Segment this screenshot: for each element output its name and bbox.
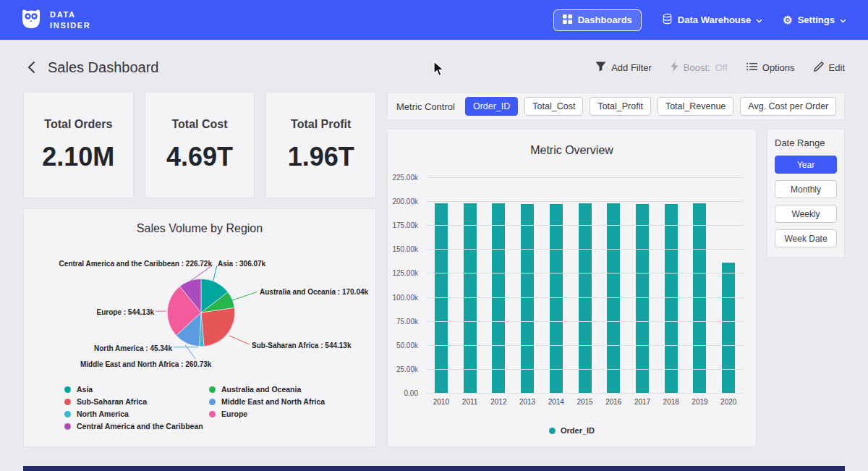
- gridline: [427, 201, 743, 202]
- bar-chart-title: Metric Overview: [388, 144, 756, 157]
- options-button[interactable]: Options: [746, 62, 795, 73]
- filter-funnel-icon: [595, 61, 606, 74]
- pie-legend-item-asia[interactable]: Asia: [64, 385, 209, 394]
- kpi-cards: Total Orders2.10MTotal Cost4.69TTotal Pr…: [23, 92, 376, 198]
- brand-block: DATA INSIDER: [19, 7, 91, 34]
- pie-legend-label: Australia and Oceania: [221, 385, 301, 394]
- bar-2010[interactable]: [435, 203, 448, 393]
- date-range-option-year[interactable]: Year: [775, 156, 837, 174]
- pie-connector-line: [213, 266, 217, 284]
- bar-2013[interactable]: [521, 204, 534, 393]
- bar-slot: [456, 177, 485, 393]
- bar-plot: [427, 177, 743, 393]
- chevron-down-icon: [840, 14, 846, 25]
- metric-control-buttons: Order_IDTotal_CostTotal_ProfitTotal_Reve…: [465, 97, 836, 116]
- y-tick-label: 75.00k: [396, 317, 418, 325]
- bar-slot: [427, 177, 456, 393]
- brand-line2: INSIDER: [50, 20, 91, 31]
- bar-2011[interactable]: [464, 203, 477, 393]
- bar-slot: [628, 177, 657, 393]
- dashboards-button[interactable]: Dashboards: [553, 9, 642, 31]
- bar-2016[interactable]: [607, 203, 620, 393]
- date-range-option-weekly[interactable]: Weekly: [775, 205, 837, 223]
- y-tick-label: 150.00k: [392, 245, 418, 253]
- pie-legend-item-middle-east-and-north-africa[interactable]: Middle East and North Africa: [209, 397, 325, 406]
- bar-2017[interactable]: [636, 204, 649, 393]
- bar-2015[interactable]: [579, 203, 592, 393]
- x-tick-label: 2017: [628, 398, 657, 406]
- bar-2012[interactable]: [492, 203, 505, 393]
- kpi-card-total-profit: Total Profit1.96T: [265, 92, 376, 198]
- date-range-panel: Date Range YearMonthlyWeeklyWeek Date: [767, 129, 845, 258]
- bar-2014[interactable]: [550, 204, 563, 393]
- bar-slot: [686, 177, 715, 393]
- x-tick-label: 2019: [686, 398, 715, 406]
- legend-item-order-id[interactable]: Order_ID: [549, 426, 595, 435]
- metric-option-order-id[interactable]: Order_ID: [465, 97, 518, 116]
- pie-legend-item-australia-and-oceania[interactable]: Australia and Oceania: [209, 385, 325, 394]
- legend-dot: [64, 386, 71, 393]
- x-tick-label: 2018: [657, 398, 686, 406]
- data-warehouse-menu[interactable]: Data Warehouse: [662, 13, 762, 27]
- boost-toggle[interactable]: Boost: Off: [671, 61, 728, 74]
- pie-legend-column: AsiaSub-Saharan AfricaNorth AmericaCentr…: [64, 385, 209, 430]
- pie-legend-item-central-america-and-the-caribbean[interactable]: Central America and the Caribbean: [64, 422, 209, 430]
- metric-option-total-revenue[interactable]: Total_Revenue: [658, 97, 733, 116]
- bar-slot: [657, 177, 686, 393]
- bar-2019[interactable]: [693, 203, 706, 393]
- gridline: [427, 249, 743, 250]
- brand-text: DATA INSIDER: [50, 9, 91, 31]
- kpi-value: 4.69T: [166, 142, 233, 172]
- legend-label: Order_ID: [561, 426, 595, 435]
- y-tick-label: 200.00k: [392, 198, 418, 205]
- owl-logo-icon: [19, 7, 43, 34]
- bar-slot: [714, 177, 743, 393]
- legend-dot: [64, 411, 71, 417]
- legend-dot: [209, 411, 216, 417]
- y-tick-label: 175.00k: [392, 221, 418, 229]
- footer-strip: [23, 466, 845, 471]
- x-tick-label: 2012: [484, 398, 513, 406]
- bar-2020[interactable]: [722, 263, 735, 393]
- pie-connector-line: [232, 292, 258, 300]
- pie-legend-item-sub-saharan-africa[interactable]: Sub-Saharan Africa: [64, 397, 209, 406]
- page-title: Sales Dashboard: [48, 59, 158, 76]
- pie-legend-label: Middle East and North Africa: [221, 397, 325, 406]
- metric-overview-chart-card: Metric Overview 0.0025.00k50.00k75.00k10…: [387, 129, 757, 447]
- settings-menu[interactable]: ⚙ Settings: [783, 14, 846, 25]
- metric-option-avg-cost-per-order[interactable]: Avg. Cost per Order: [740, 97, 836, 116]
- bar-2018[interactable]: [665, 204, 678, 393]
- pencil-icon: [814, 61, 824, 74]
- metric-option-total-cost[interactable]: Total_Cost: [524, 97, 583, 116]
- back-button[interactable]: [22, 58, 41, 77]
- bar-x-axis: 2010201120122013201420152016201720182019…: [427, 398, 743, 406]
- boost-value: Off: [715, 62, 728, 73]
- legend-dot: [209, 386, 216, 393]
- date-range-option-monthly[interactable]: Monthly: [775, 180, 837, 198]
- bar-y-axis: 0.0025.00k50.00k75.00k100.00k125.00k150.…: [388, 177, 422, 393]
- gridline: [427, 273, 743, 273]
- pie-legend-item-europe[interactable]: Europe: [209, 410, 325, 418]
- edit-button[interactable]: Edit: [814, 61, 845, 74]
- gridline: [427, 345, 743, 346]
- date-range-option-week-date[interactable]: Week Date: [775, 229, 837, 247]
- options-list-icon: [746, 62, 757, 73]
- brand-line1: DATA: [50, 9, 91, 20]
- dashboards-label: Dashboards: [578, 14, 632, 25]
- pie-legend-label: Central America and the Caribbean: [77, 422, 203, 430]
- legend-dot: [549, 428, 556, 434]
- bar-slot: [599, 177, 628, 393]
- y-tick-label: 50.00k: [396, 341, 418, 349]
- kpi-label: Total Profit: [291, 118, 351, 131]
- bar-slot: [571, 177, 600, 393]
- page-header: Sales Dashboard Add Filter Boost: Off: [22, 55, 845, 80]
- pie-legend-column: Australia and OceaniaMiddle East and Nor…: [209, 385, 325, 430]
- pie-slice-sub-saharan-africa[interactable]: [201, 307, 235, 346]
- metric-option-total-profit[interactable]: Total_Profit: [590, 97, 651, 116]
- pie-legend-item-north-america[interactable]: North America: [64, 410, 209, 418]
- pie-connector-line: [229, 336, 250, 344]
- add-filter-label: Add Filter: [611, 62, 652, 73]
- add-filter-button[interactable]: Add Filter: [595, 61, 652, 74]
- chevron-down-icon: [756, 14, 762, 25]
- bar-slot: [484, 177, 513, 393]
